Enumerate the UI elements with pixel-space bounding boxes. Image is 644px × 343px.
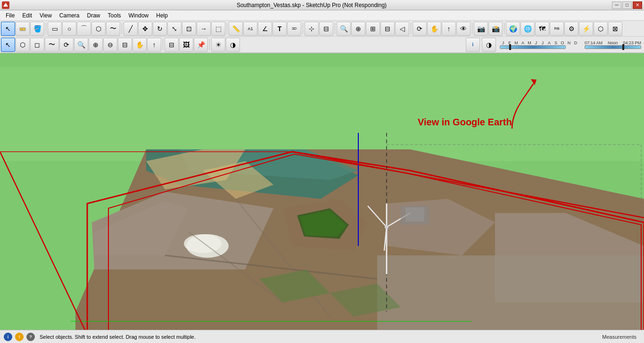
select-tool-button[interactable]: ↖ xyxy=(1,22,15,36)
menu-tools[interactable]: Tools xyxy=(104,10,125,21)
minimize-button[interactable]: ─ xyxy=(612,1,621,9)
paint-bucket-button[interactable]: 🪣 xyxy=(30,22,44,36)
zoomout-button[interactable]: ⊖ xyxy=(103,38,117,52)
warning-status-icon: ! xyxy=(15,333,24,341)
month-a2: A xyxy=(546,41,553,45)
eraser2-button[interactable]: ◻ xyxy=(30,38,44,52)
maximize-button[interactable]: □ xyxy=(622,1,632,9)
time-noon-label: Noon xyxy=(608,41,618,45)
position-camera-button[interactable]: 📷 xyxy=(474,22,488,36)
pan3-button[interactable]: ✋ xyxy=(132,38,147,52)
text-button[interactable]: T xyxy=(272,22,287,36)
menu-camera[interactable]: Camera xyxy=(56,10,83,21)
extensions-button[interactable]: ⚙ xyxy=(564,22,578,36)
polygon-button[interactable]: ⬡ xyxy=(91,22,106,36)
time-start-label: 07:14 AM xyxy=(585,41,603,45)
zoomwindow-button[interactable]: ⊞ xyxy=(366,22,380,36)
component2-button[interactable]: ⬡ xyxy=(16,38,30,52)
menu-view[interactable]: View xyxy=(36,10,56,21)
menu-window[interactable]: Window xyxy=(125,10,153,21)
zoomfit-button[interactable]: ⊟ xyxy=(380,22,395,36)
axes-button[interactable]: ⊹ xyxy=(305,22,319,36)
orbit-button[interactable]: ⟳ xyxy=(413,22,427,36)
preview-sun-button[interactable]: ☀ xyxy=(211,38,225,52)
dimension-button[interactable]: A1 xyxy=(243,22,257,36)
time-slider[interactable] xyxy=(585,45,641,49)
menu-edit[interactable]: Edit xyxy=(18,10,36,21)
eraser-button[interactable] xyxy=(16,22,30,36)
geo-location-button[interactable]: 🌍 xyxy=(506,22,520,36)
app-icon xyxy=(2,1,9,9)
ground-plane xyxy=(0,53,644,330)
menu-draw[interactable]: Draw xyxy=(83,10,104,21)
svg-rect-1 xyxy=(20,28,25,31)
menu-help[interactable]: Help xyxy=(152,10,172,21)
photo-texture-button[interactable]: 🖼 xyxy=(179,38,193,52)
protractor-button[interactable]: ∠ xyxy=(258,22,272,36)
freehand-button[interactable]: 〜 xyxy=(106,22,120,36)
google-earth-main-button[interactable]: 🌐 xyxy=(520,22,535,36)
lookaround-button[interactable]: 👁 xyxy=(456,22,471,36)
sep4 xyxy=(303,23,303,34)
section-button[interactable]: ⊟ xyxy=(319,22,333,36)
walk-button[interactable]: ↑ xyxy=(442,22,456,36)
ruby-button[interactable]: RB xyxy=(550,22,564,36)
sep2 xyxy=(122,23,122,34)
arc-button[interactable]: ⌒ xyxy=(77,22,91,36)
pan-button[interactable]: ✋ xyxy=(427,22,441,36)
sep10 xyxy=(209,39,210,50)
add-location-button[interactable]: 📌 xyxy=(194,38,208,52)
walk3-button[interactable]: ↑ xyxy=(147,38,161,52)
zoom3-button[interactable]: 🔍 xyxy=(74,38,88,52)
line-button[interactable]: ╱ xyxy=(124,22,138,36)
rectangle-button[interactable]: ▭ xyxy=(48,22,62,36)
shadows-button[interactable]: ◑ xyxy=(226,38,240,52)
move-button[interactable]: ✥ xyxy=(138,22,152,36)
window-title: Southampton_Vestas.skp - SketchUp Pro (N… xyxy=(11,2,612,8)
freehand2-button[interactable]: 〜 xyxy=(45,38,59,52)
sep8 xyxy=(504,23,504,34)
date-slider[interactable] xyxy=(500,45,579,49)
offset-button[interactable]: ⬚ xyxy=(211,22,225,36)
rotate-button[interactable]: ↻ xyxy=(153,22,167,36)
zoom-button[interactable]: 🔍 xyxy=(337,22,351,36)
section3-button[interactable]: ⊟ xyxy=(165,38,179,52)
month-s: S xyxy=(553,41,559,45)
month-j1: J xyxy=(500,41,506,45)
3dtext-button[interactable]: 3D xyxy=(287,22,301,36)
month-n: N xyxy=(566,41,572,45)
zoomin-button[interactable]: ⊕ xyxy=(351,22,365,36)
time-labels: 07:14 AM Noon 04:23 PM xyxy=(585,41,641,45)
sep5 xyxy=(335,23,335,34)
toolbar-row-2: ↖ ⬡ ◻ 〜 ⟳ 🔍 ⊕ ⊖ ⊟ ✋ ↑ ⊟ 🖼 📌 ☀ ◑ i ◑ J F … xyxy=(0,37,644,53)
month-j3: J xyxy=(539,41,546,45)
menu-file[interactable]: File xyxy=(2,10,18,21)
measurements-label: Measurements xyxy=(602,334,640,340)
month-d: D xyxy=(572,41,579,45)
photo-match-button[interactable]: 🗺 xyxy=(535,22,549,36)
status-message: Select objects. Shift to extend select. … xyxy=(40,334,196,340)
menu-bar: File Edit View Camera Draw Tools Window … xyxy=(0,10,644,21)
zoomfit3-button[interactable]: ⊟ xyxy=(118,38,132,52)
pushpull-button[interactable]: ⊡ xyxy=(182,22,196,36)
previous-view-button[interactable]: ◁ xyxy=(395,22,409,36)
dynamic-components-button[interactable]: ⚡ xyxy=(579,22,593,36)
orbit2-button[interactable]: ⟳ xyxy=(59,38,74,52)
select2-button[interactable]: ↖ xyxy=(1,38,15,52)
solid-tools-button[interactable]: ⊠ xyxy=(608,22,622,36)
month-labels: J F M A M J J A S O N D xyxy=(500,41,579,45)
shadows2-button[interactable]: ◑ xyxy=(482,38,496,52)
sandbox-button[interactable]: ⬡ xyxy=(594,22,608,36)
viewport[interactable]: View in Google Earth xyxy=(0,53,644,330)
toolbar-row-1: ↖ 🪣 ▭ ○ ⌒ ⬡ 〜 ╱ ✥ ↻ ⤡ ⊡ → ⬚ 📏 A1 ∠ T 3D … xyxy=(0,21,644,37)
tape-button[interactable]: 📏 xyxy=(229,22,243,36)
followme-button[interactable]: → xyxy=(197,22,211,36)
sep9 xyxy=(163,39,163,50)
scale-button[interactable]: ⤡ xyxy=(167,22,182,36)
info2-button[interactable]: i xyxy=(466,38,480,52)
close-button[interactable]: ✕ xyxy=(633,1,642,9)
sep3 xyxy=(227,23,227,34)
zoomin2-button[interactable]: ⊕ xyxy=(89,38,103,52)
circle-button[interactable]: ○ xyxy=(62,22,76,36)
match-photo-button[interactable]: 📸 xyxy=(488,22,503,36)
